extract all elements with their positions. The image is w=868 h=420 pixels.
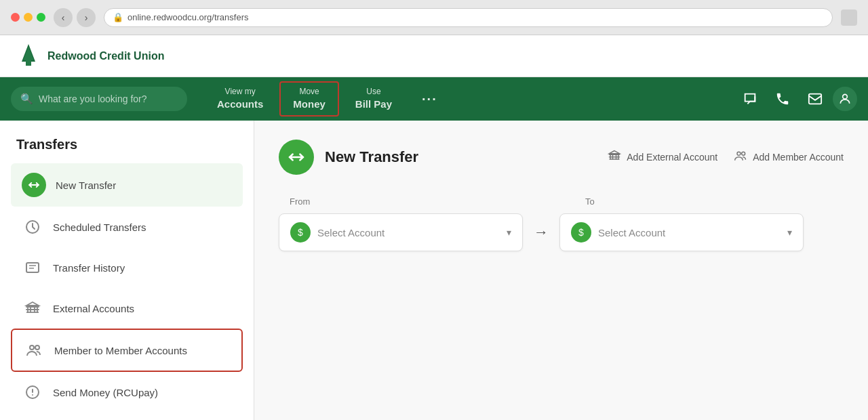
address-bar[interactable]: 🔒 online.redwoodcu.org/transfers [104, 8, 833, 27]
nav-billpay-large: Bill Pay [355, 98, 392, 111]
main-title-group: New Transfer [279, 140, 418, 175]
sidebar-item-send-money[interactable]: Send Money (RCUpay) [11, 372, 243, 413]
svg-rect-6 [26, 263, 39, 272]
browser-menu-icon[interactable] [841, 9, 857, 26]
logo: Redwood Credit Union [16, 43, 164, 70]
navbar: 🔍 View my Accounts Move Money Use Bill P… [0, 77, 868, 121]
mail-icon-button[interactable] [800, 84, 830, 114]
people-action-icon [734, 149, 747, 166]
traffic-lights [11, 13, 45, 22]
nav-accounts-large: Accounts [217, 98, 263, 111]
sidebar-title: Transfers [11, 137, 243, 152]
nav-billpay-small: Use [366, 87, 380, 98]
from-account-placeholder: Select Account [317, 227, 507, 238]
sidebar-item-external-accounts[interactable]: External Accounts [11, 288, 243, 329]
to-account-placeholder: Select Account [598, 227, 787, 238]
from-account-select[interactable]: $ Select Account ▾ [279, 213, 523, 251]
svg-point-10 [30, 345, 34, 350]
nav-item-bill-pay[interactable]: Use Bill Pay [342, 81, 406, 116]
user-icon-button[interactable] [833, 87, 857, 111]
logo-icon [16, 43, 41, 70]
from-chevron-icon: ▾ [507, 227, 511, 238]
add-external-label: Add External Account [627, 152, 717, 163]
search-bar[interactable]: 🔍 [11, 87, 187, 111]
nav-item-move-money[interactable]: Move Money [279, 81, 339, 116]
bank-action-icon [608, 149, 621, 166]
from-dollar-icon: $ [290, 222, 311, 243]
svg-point-11 [35, 345, 39, 350]
add-member-label: Add Member Account [753, 152, 844, 163]
content-area: Transfers New Transfer [0, 121, 868, 420]
people-icon [23, 339, 45, 361]
transfer-form: From To $ Select Account ▾ → $ Select Ac… [279, 196, 844, 251]
bank-icon [22, 297, 43, 319]
nav-money-large: Money [293, 98, 326, 111]
search-input[interactable] [39, 93, 178, 104]
search-icon: 🔍 [20, 93, 33, 105]
sidebar-item-new-transfer-label: New Transfer [56, 180, 116, 191]
nav-buttons: ‹ › [54, 8, 96, 27]
sidebar-item-new-transfer[interactable]: New Transfer [11, 163, 243, 207]
sidebar-item-history-label: Transfer History [53, 262, 125, 274]
form-row: $ Select Account ▾ → $ Select Account ▾ [279, 213, 844, 251]
address-text: online.redwoodcu.org/transfers [127, 12, 249, 22]
sidebar-item-scheduled-label: Scheduled Transfers [53, 222, 146, 233]
history-icon [22, 257, 43, 278]
svg-marker-1 [23, 47, 34, 66]
svg-point-15 [737, 152, 741, 155]
clock-icon [22, 216, 43, 238]
svg-rect-2 [809, 94, 821, 104]
svg-point-3 [843, 94, 848, 99]
sidebar-item-transfer-history[interactable]: Transfer History [11, 247, 243, 288]
browser-chrome: ‹ › 🔒 online.redwoodcu.org/transfers [0, 0, 868, 35]
sidebar-item-scheduled-transfers[interactable]: Scheduled Transfers [11, 207, 243, 247]
transfer-arrow-icon: → [534, 224, 549, 241]
sidebar-item-send-money-label: Send Money (RCUpay) [53, 387, 158, 398]
close-button[interactable] [11, 13, 20, 22]
nav-accounts-small: View my [225, 87, 256, 98]
minimize-button[interactable] [24, 13, 33, 22]
nav-icons [735, 84, 868, 114]
nav-links: View my Accounts Move Money Use Bill Pay… [203, 81, 469, 116]
sidebar-item-member-label: Member to Member Accounts [54, 345, 187, 356]
to-account-select[interactable]: $ Select Account ▾ [559, 213, 804, 251]
header-actions: Add External Account Add Member Account [608, 149, 844, 166]
nav-item-accounts[interactable]: View my Accounts [203, 81, 277, 116]
from-label: From [290, 196, 534, 207]
logo-text: Redwood Credit Union [47, 50, 164, 62]
sidebar-item-member-to-member[interactable]: Member to Member Accounts [11, 329, 243, 372]
send-icon [22, 381, 43, 403]
main-transfer-icon [279, 140, 314, 175]
nav-more-label: ··· [422, 90, 437, 108]
page-title: New Transfer [325, 148, 418, 166]
nav-money-small: Move [299, 87, 319, 98]
main-content: New Transfer Add External Account [254, 121, 868, 420]
back-button[interactable]: ‹ [54, 8, 73, 27]
add-external-account-link[interactable]: Add External Account [608, 149, 717, 166]
to-dollar-icon: $ [571, 222, 591, 243]
sidebar: Transfers New Transfer [0, 121, 254, 420]
form-labels: From To [279, 196, 844, 207]
lock-icon: 🔒 [113, 12, 123, 22]
app-container: Redwood Credit Union 🔍 View my Accounts … [0, 35, 868, 420]
svg-point-16 [742, 152, 745, 155]
app-header: Redwood Credit Union [0, 35, 868, 77]
main-header: New Transfer Add External Account [279, 140, 844, 175]
maximize-button[interactable] [37, 13, 45, 22]
to-label: To [585, 196, 595, 207]
sidebar-item-external-label: External Accounts [53, 303, 134, 314]
forward-button[interactable]: › [77, 8, 96, 27]
to-chevron-icon: ▾ [787, 227, 792, 238]
chat-icon-button[interactable] [735, 84, 765, 114]
phone-icon-button[interactable] [768, 84, 797, 114]
nav-more[interactable]: ··· [408, 85, 451, 113]
add-member-account-link[interactable]: Add Member Account [734, 149, 844, 166]
transfer-icon [22, 173, 46, 197]
